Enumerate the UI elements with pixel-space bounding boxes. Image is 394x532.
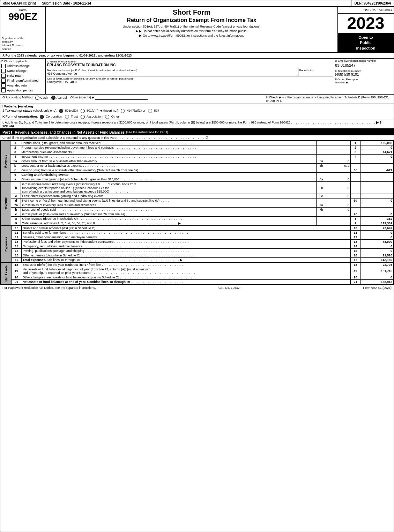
revenue-sidebar-2: Revenue [1,182,11,226]
address-change-checkbox [1,64,6,68]
table-row: 12 Salaries, other compensation, and emp… [1,235,394,240]
org-address-section: Number and street (or P. O. box, if mail… [46,68,333,76]
table-row: 11 Benefits paid to or for members . . .… [1,231,394,235]
l-value: 120,033 [2,124,14,128]
l-block: L Add lines 5b, 6c, and 7b to line 9 to … [0,120,394,129]
city-value: Sunnyvale, CA 94087 [47,80,333,84]
table-row: c Gain or (loss) from sale of assets oth… [1,168,394,173]
table-row: a Gross income from gaming (attach Sched… [1,177,394,182]
submission-date: Submission Date - 2024-11-14 [39,0,352,6]
efile-label: efile GRAPHIC print [0,0,39,6]
ein-value: 83-3185247 [335,62,393,68]
table-row: 2 Program service revenue including gove… [1,145,394,150]
bcd-block: B Check if applicable: Address change Na… [0,59,394,95]
section-a: A For the 2023 calendar year, or tax yea… [0,53,394,59]
form-page: efile GRAPHIC print Submission Date - 20… [0,0,394,532]
org-address-main: Number and street (or P. O. box, if mail… [46,68,298,76]
table-row: 5a Gross amount from sale of assets othe… [1,159,394,164]
table-row: b Less: cost or other basis and sales ex… [1,164,394,168]
table-row: Expenses 10 Grants and similar amounts p… [1,226,394,231]
form-subtitle: Under section 501(c), 527, or 4947(a)(1)… [49,25,335,28]
open-inspection-badge: Open to Public Inspection [338,33,394,52]
revenue-sidebar: Revenue [1,141,10,182]
table-row: Net Assets 18 Excess or (deficit) for th… [1,263,394,267]
cat-number: Cat. No. 10642I [218,286,240,290]
form-right: OMB No. 1545-0047 2023 Open to Public In… [338,7,394,52]
form-title: Return of Organization Exempt From Incom… [49,17,335,23]
k-block: K Form of organization: Corporation Trus… [0,114,394,120]
part1-check: Check if the organization used Schedule … [0,135,394,141]
table-row: 3 Membership dues and assessments . . . … [1,150,394,155]
net-assets-table: Net Assets 18 Excess or (deficit) for th… [0,262,394,284]
j-4947-circle [121,109,125,113]
amended-return-row: Amended return [1,83,44,88]
part1-header: Part I Revenue, Expenses, and Changes in… [0,129,394,135]
table-row: 13 Professional fees and other payments … [1,240,394,244]
page-footer: For Paperwork Reduction Act Notice, see … [0,284,394,291]
table-row: 7a Gross sales of inventory, less return… [1,203,394,208]
table-row: 4 Investment income . . . . . . . . . . … [1,155,394,159]
table-row: c Gross profit or (loss) from sales of i… [1,212,394,217]
paperwork-notice: For Paperwork Reduction Act Notice, see … [2,286,96,290]
expenses-sidebar: Expenses [1,226,12,262]
final-return-checkbox [1,78,6,83]
address-value: 436 Cumulus Avenue [47,72,297,75]
net-assets-sidebar: Net Assets [1,263,12,284]
table-row: c Less: direct expenses from gaming and … [1,194,394,198]
table-row: 6 Gaming and fundraising events [1,173,394,177]
application-pending-checkbox [1,88,6,92]
j-501c3-circle [59,109,63,113]
revenue-table: Revenue 1 Contributions, gifts, grants, … [0,141,394,182]
table-row: 17 Total expenses. Add lines 10 through … [1,258,394,262]
j-501c-circle [81,109,85,113]
org-name-section: C Name of organization ERLANG ECOSYSTEM … [46,59,333,68]
application-pending-row: Application pending [1,88,44,92]
address-change-row: Address change [1,64,44,68]
revenue-table-2: Revenue b Gross income from fundraising … [0,182,394,226]
ij-block: I Website: ▶erlef.org J Tax-exempt statu… [0,104,394,114]
org-info-col: C Name of organization ERLANG ECOSYSTEM … [46,59,334,94]
table-row: 9 Total revenue. Add lines 1, 2, 3, 4, 5… [1,221,394,226]
org-name-value: ERLANG ECOSYSTEM FOUNDATION INC [47,63,333,67]
k-trust-circle [65,115,69,119]
tax-year: 2023 [338,14,394,33]
check-label: B Check if applicable: [1,60,44,63]
k-other-circle [105,115,109,119]
form-header: Form 990EZ Department of the Treasury In… [0,7,394,53]
name-change-checkbox [1,69,6,73]
form-number: 990EZ [2,12,44,22]
table-row: 8 Other revenue (describe in Schedule O)… [1,217,394,221]
form-footer-label: Form 990-EZ (2023) [363,286,392,290]
instruction2: ▶ Go to www.irs.gov/Form990EZ for instru… [49,34,335,37]
table-row: 16 Other expenses (describe in Schedule … [1,253,394,258]
address-label: Number and street (or P. O. box, if mail… [47,69,297,72]
form-left: Form 990EZ Department of the Treasury In… [0,7,46,52]
check-col: B Check if applicable: Address change Na… [0,59,46,94]
g-other-value [95,96,148,100]
g-section: G Accounting Method: Cash Accrual Other … [2,96,266,103]
final-return-row: Final return/terminated [1,78,44,83]
header-bar: efile GRAPHIC print Submission Date - 20… [0,0,394,7]
form-center: Short Form Return of Organization Exempt… [46,7,338,52]
h-section: H Check ▶ ○ if the organization is not r… [266,96,392,103]
name-change-row: Name change [1,69,44,73]
table-row: d Net income or (loss) from gaming and f… [1,198,394,203]
amended-return-checkbox [1,83,6,88]
k-corp-circle [40,115,44,119]
table-row: 15 Printing, publications, postage, and … [1,249,394,253]
k-assoc-circle [81,115,85,119]
i-section: I Website: ▶erlef.org [2,105,392,108]
gh-block: G Accounting Method: Cash Accrual Other … [0,95,394,104]
ein-col: D Employer identification number 83-3185… [334,59,394,94]
org-city: City or town, state or province, country… [46,76,333,84]
org-name-label: C Name of organization [47,60,333,63]
initial-return-checkbox [1,74,6,78]
org-room: Room/suite [298,68,333,76]
dln-number: DLN: 93492319062364 [351,0,394,6]
table-row: 21 Net assets or fund balances at end of… [1,280,394,284]
g-circle-accrual: Accrual [51,96,68,99]
expenses-table: Expenses 10 Grants and similar amounts p… [0,226,394,262]
phone-value: (408) 530-9101 [335,73,393,76]
j-section: J Tax-exempt status (check only one): 50… [2,109,392,113]
dept-info: Department of the Treasury Internal Reve… [2,37,44,51]
